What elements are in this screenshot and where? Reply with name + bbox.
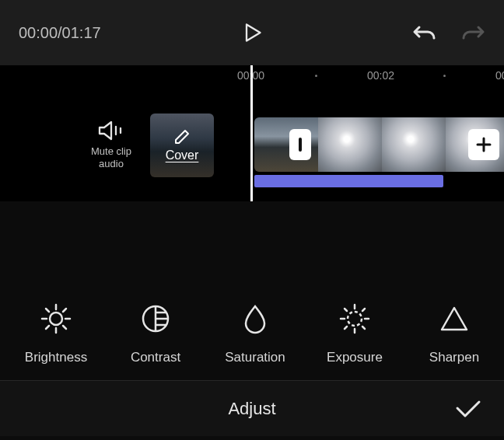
handle-icon	[297, 136, 303, 153]
svg-line-25	[362, 327, 365, 329]
redo-icon	[460, 22, 485, 44]
ruler-dot	[315, 75, 317, 77]
contrast-icon	[138, 302, 173, 336]
adjust-label: Contrast	[131, 350, 180, 365]
adjust-brightness[interactable]: Brightness	[6, 302, 106, 365]
svg-line-26	[345, 327, 347, 329]
mute-clip-label: Mute clip audio	[91, 145, 131, 169]
time-display: 00:00/01:17	[19, 24, 101, 42]
clip-thumbnail	[318, 117, 382, 172]
clip-trim-handle[interactable]	[289, 129, 311, 160]
mute-clip-audio-button[interactable]: Mute clip audio	[91, 120, 131, 169]
sharpen-icon	[437, 302, 471, 336]
adjust-label: Sharpen	[429, 350, 479, 365]
ruler-tick: 00	[495, 69, 504, 82]
confirm-button[interactable]	[454, 399, 482, 419]
ruler-tick: 00:02	[367, 69, 394, 82]
clip-thumbnail	[382, 117, 446, 172]
track-left-tools: Mute clip audio Cover	[0, 89, 222, 201]
exposure-icon	[338, 302, 372, 336]
add-clip-button[interactable]	[468, 129, 499, 160]
svg-rect-2	[299, 138, 302, 152]
cover-label: Cover	[166, 148, 199, 162]
adjust-saturation[interactable]: Saturation	[205, 302, 305, 365]
adjust-label: Exposure	[327, 350, 383, 365]
play-button[interactable]	[241, 22, 263, 44]
adjust-tools-row: Brightness Contrast Saturation	[0, 287, 504, 380]
adjust-label: Saturation	[225, 350, 285, 365]
adjust-contrast[interactable]: Contrast	[106, 302, 205, 365]
play-icon	[241, 22, 263, 44]
adjust-label: Brightness	[25, 350, 87, 365]
svg-line-10	[46, 309, 49, 312]
svg-line-13	[63, 309, 66, 312]
svg-point-19	[348, 312, 362, 326]
cover-button[interactable]: Cover	[150, 113, 214, 177]
pencil-icon	[173, 128, 191, 145]
saturation-icon	[238, 302, 272, 336]
brightness-icon	[39, 302, 73, 336]
undo-button[interactable]	[412, 22, 437, 44]
top-bar: 00:00/01:17	[0, 0, 504, 65]
svg-line-11	[63, 326, 66, 329]
ruler-dot	[443, 75, 446, 77]
check-icon	[454, 399, 482, 419]
panel-title: Adjust	[228, 399, 275, 419]
speaker-icon	[98, 120, 124, 141]
undo-icon	[412, 22, 437, 44]
playhead[interactable]	[250, 65, 253, 201]
svg-line-27	[362, 309, 365, 311]
plus-icon	[475, 136, 492, 153]
svg-line-12	[46, 326, 49, 329]
bottom-bar: Adjust	[0, 380, 504, 436]
adjust-sharpen[interactable]: Sharpen	[404, 302, 504, 365]
timeline-track-area[interactable]: Mute clip audio Cover	[0, 89, 504, 201]
redo-button[interactable]	[460, 22, 485, 44]
audio-track[interactable]	[254, 175, 443, 187]
svg-line-24	[345, 309, 347, 311]
svg-point-5	[50, 313, 62, 325]
adjust-exposure[interactable]: Exposure	[305, 302, 404, 365]
spacer	[0, 201, 504, 287]
